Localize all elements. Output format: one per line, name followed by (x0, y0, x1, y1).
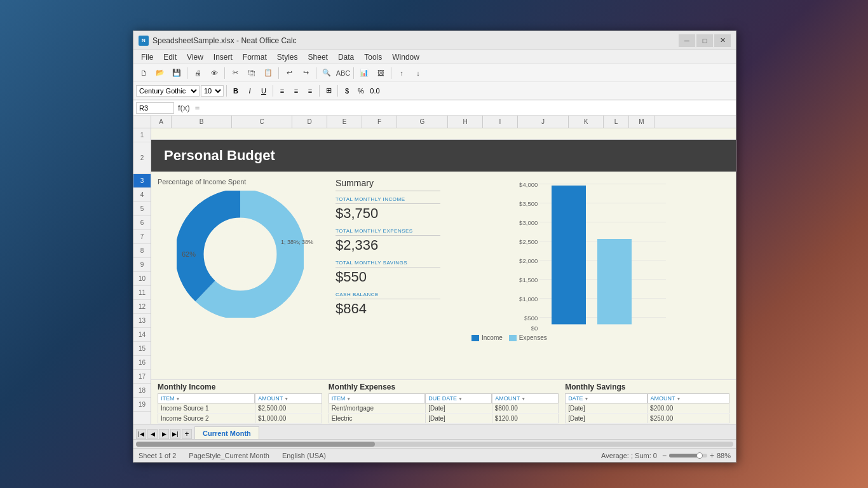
sort-desc-button[interactable]: ↓ (410, 66, 426, 80)
row-num-19[interactable]: 19 (133, 398, 151, 412)
align-left-button[interactable]: ≡ (276, 85, 288, 97)
row-num-8[interactable]: 8 (133, 244, 151, 258)
col-header-m[interactable]: M (629, 116, 654, 128)
col-header-g[interactable]: G (397, 116, 448, 128)
row-num-18[interactable]: 18 (133, 384, 151, 398)
open-button[interactable]: 📂 (153, 66, 168, 80)
redo-button[interactable]: ↪ (298, 66, 313, 80)
insert-image-button[interactable]: 🖼 (373, 66, 388, 80)
cell-reference-input[interactable] (136, 102, 174, 114)
expense-amount-dropdown-icon[interactable]: ▼ (521, 396, 526, 401)
income-header-item[interactable]: ITEM ▼ (158, 393, 255, 403)
row-num-3[interactable]: 3 (133, 174, 151, 188)
sort-asc-button[interactable]: ↑ (394, 66, 409, 80)
bold-button[interactable]: B (229, 85, 242, 97)
menu-file[interactable]: File (136, 51, 158, 63)
income-header-amount[interactable]: AMOUNT ▼ (255, 393, 322, 403)
menu-view[interactable]: View (182, 51, 208, 63)
row-num-11[interactable]: 11 (133, 286, 151, 300)
sheet-tab-current-month[interactable]: Current Month (194, 426, 259, 439)
expense-duedate-dropdown-icon[interactable]: ▼ (458, 396, 463, 401)
spellcheck-button[interactable]: ABC (336, 66, 351, 80)
row-num-14[interactable]: 14 (133, 328, 151, 342)
menu-insert[interactable]: Insert (208, 51, 238, 63)
savings-header-date[interactable]: DATE ▼ (565, 393, 647, 403)
new-button[interactable]: 🗋 (136, 66, 151, 80)
income-amount-dropdown-icon[interactable]: ▼ (284, 396, 288, 401)
h-scrollbar-track[interactable] (136, 442, 733, 447)
expense-header-duedate[interactable]: DUE DATE ▼ (425, 393, 492, 403)
row-num-6[interactable]: 6 (133, 216, 151, 230)
savings-header-amount[interactable]: AMOUNT ▼ (648, 393, 729, 403)
align-center-button[interactable]: ≡ (290, 85, 302, 97)
col-header-e[interactable]: E (327, 116, 362, 128)
col-header-h[interactable]: H (448, 116, 483, 128)
tab-scroll-start[interactable]: |◀ (136, 429, 146, 439)
font-size-selector[interactable]: 10 (201, 85, 224, 97)
undo-button[interactable]: ↩ (281, 66, 297, 80)
menu-window[interactable]: Window (387, 51, 424, 63)
italic-button[interactable]: I (243, 85, 256, 97)
col-header-d[interactable]: D (292, 116, 327, 128)
row-num-9[interactable]: 9 (133, 258, 151, 272)
close-button[interactable]: ✕ (714, 34, 731, 47)
col-header-b[interactable]: B (172, 116, 232, 128)
number-format-button[interactable]: 0.0 (369, 85, 381, 97)
menu-tools[interactable]: Tools (359, 51, 387, 63)
copy-button[interactable]: ⿻ (244, 66, 259, 80)
preview-button[interactable]: 👁 (207, 66, 222, 80)
function-wizard-button[interactable]: f(x) (177, 103, 191, 112)
minimize-button[interactable]: ─ (679, 34, 695, 47)
col-header-k[interactable]: K (569, 116, 604, 128)
h-scrollbar-thumb[interactable] (136, 442, 375, 447)
menu-data[interactable]: Data (333, 51, 359, 63)
add-sheet-button[interactable]: + (182, 429, 192, 439)
font-selector[interactable]: Century Gothic (136, 85, 200, 97)
row-num-7[interactable]: 7 (133, 230, 151, 244)
percent-button[interactable]: % (355, 85, 367, 97)
row-num-5[interactable]: 5 (133, 202, 151, 216)
zoom-slider-thumb[interactable] (696, 452, 703, 459)
menu-edit[interactable]: Edit (158, 51, 182, 63)
zoom-out-icon[interactable]: − (662, 451, 667, 460)
align-right-button[interactable]: ≡ (304, 85, 316, 97)
income-item-dropdown-icon[interactable]: ▼ (176, 396, 180, 401)
savings-date-dropdown-icon[interactable]: ▼ (585, 396, 589, 401)
expense-header-amount[interactable]: AMOUNT ▼ (492, 393, 559, 403)
paste-button[interactable]: 📋 (261, 66, 276, 80)
find-button[interactable]: 🔍 (319, 66, 334, 80)
cut-button[interactable]: ✂ (227, 66, 243, 80)
expense-header-item[interactable]: ITEM ▼ (329, 393, 425, 403)
row-num-4[interactable]: 4 (133, 188, 151, 202)
col-header-f[interactable]: F (362, 116, 397, 128)
row-num-12[interactable]: 12 (133, 300, 151, 314)
row-num-2[interactable]: 2 (133, 142, 151, 174)
tab-scroll-prev[interactable]: ◀ (147, 429, 158, 439)
col-header-a[interactable]: A (151, 116, 172, 128)
zoom-in-icon[interactable]: + (710, 451, 714, 460)
col-header-c[interactable]: C (232, 116, 292, 128)
row-num-1[interactable]: 1 (133, 128, 151, 142)
row-num-17[interactable]: 17 (133, 370, 151, 384)
horizontal-scrollbar[interactable] (133, 439, 736, 448)
row-num-16[interactable]: 16 (133, 356, 151, 370)
tab-scroll-next[interactable]: ▶ (159, 429, 169, 439)
currency-button[interactable]: $ (341, 85, 353, 97)
menu-format[interactable]: Format (238, 51, 272, 63)
row-num-15[interactable]: 15 (133, 342, 151, 356)
print-button[interactable]: 🖨 (190, 66, 205, 80)
col-header-j[interactable]: J (518, 116, 569, 128)
col-header-i[interactable]: I (483, 116, 518, 128)
row-num-13[interactable]: 13 (133, 314, 151, 328)
formula-input[interactable] (203, 102, 733, 114)
menu-styles[interactable]: Styles (272, 51, 303, 63)
grid-area[interactable]: Personal Budget Percentage of Income Spe… (151, 128, 736, 424)
zoom-slider[interactable] (669, 454, 707, 458)
insert-chart-button[interactable]: 📊 (356, 66, 372, 80)
underline-button[interactable]: U (257, 85, 270, 97)
savings-amount-dropdown-icon[interactable]: ▼ (677, 396, 681, 401)
save-button[interactable]: 💾 (169, 66, 184, 80)
tab-scroll-end[interactable]: ▶| (170, 429, 180, 439)
menu-sheet[interactable]: Sheet (303, 51, 333, 63)
maximize-button[interactable]: □ (696, 34, 713, 47)
